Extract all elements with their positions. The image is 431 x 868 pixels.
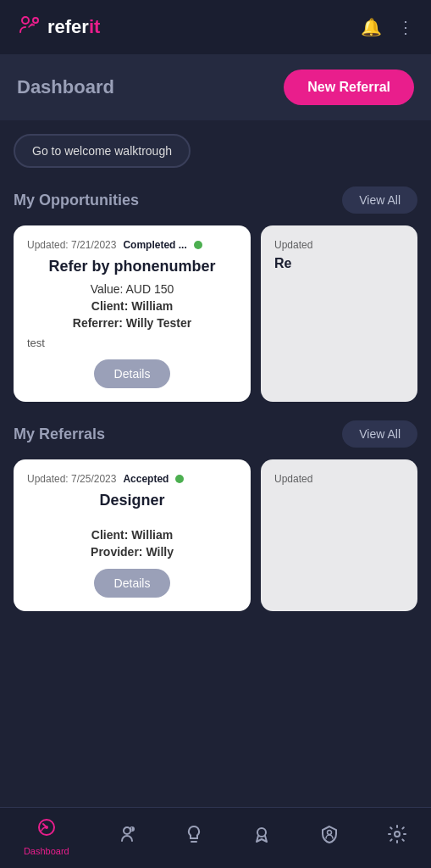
opportunities-section-header: My Opportunities View All <box>14 186 417 214</box>
nav-item-profile[interactable]: ! <box>117 824 137 849</box>
nav-item-ideas[interactable] <box>184 824 204 849</box>
referral-card-2-partial: Updated <box>261 459 417 611</box>
dashboard-nav-icon <box>36 817 57 843</box>
referrals-section-header: My Referrals View All <box>14 420 417 448</box>
referrals-title: My Referrals <box>14 426 105 443</box>
opportunities-view-all-button[interactable]: View All <box>342 186 417 214</box>
referral-details-button-1[interactable]: Details <box>94 569 171 598</box>
referrals-cards-row: Updated: 7/25/2023 Accepted Designer Cli… <box>14 459 417 611</box>
shield-nav-icon <box>319 824 340 849</box>
card-updated-date-1: Updated: 7/21/2023 <box>27 239 116 251</box>
opportunities-title: My Opportunities <box>14 192 139 209</box>
svg-point-4 <box>124 827 130 834</box>
referral-status-1: Accepted <box>123 473 169 485</box>
header-actions: 🔔 ⋮ <box>361 17 414 37</box>
referral-updated-date-1: Updated: 7/25/2023 <box>27 473 116 485</box>
card-client-1: Client: William <box>27 299 237 313</box>
new-referral-button[interactable]: New Referral <box>284 70 414 105</box>
main-content: Go to welcome walktrough My Opportunitie… <box>0 120 431 698</box>
more-menu-icon[interactable]: ⋮ <box>397 17 414 37</box>
settings-nav-icon <box>387 824 407 849</box>
nav-item-dashboard[interactable]: Dashboard <box>24 817 69 856</box>
opportunities-cards-row: Updated: 7/21/2023 Completed ... Refer b… <box>14 225 417 402</box>
bottom-nav: Dashboard ! <box>0 807 431 868</box>
card-status-1: Completed ... <box>123 239 186 251</box>
dashboard-nav-label: Dashboard <box>24 846 69 856</box>
card-partial-title: Re <box>274 256 404 271</box>
rewards-nav-icon <box>251 824 272 849</box>
referral-card-1: Updated: 7/25/2023 Accepted Designer Cli… <box>14 459 251 611</box>
bell-icon[interactable]: 🔔 <box>361 17 382 37</box>
svg-point-9 <box>395 832 400 837</box>
referral-partial-updated: Updated <box>274 473 404 485</box>
dashboard-bar: Dashboard New Referral <box>0 54 431 120</box>
logo-icon <box>17 14 41 41</box>
referrals-view-all-button[interactable]: View All <box>342 420 417 448</box>
ideas-nav-icon <box>184 824 204 849</box>
nav-item-shield[interactable] <box>319 824 340 849</box>
opportunity-card-2-partial: Updated Re <box>261 225 417 402</box>
dashboard-title: Dashboard <box>17 76 114 98</box>
card-title-1: Refer by phonenumber <box>27 258 237 275</box>
referral-status-dot-1 <box>175 475 184 483</box>
opportunity-card-1: Updated: 7/21/2023 Completed ... Refer b… <box>14 225 251 402</box>
card-partial-updated: Updated <box>274 239 404 251</box>
referral-card-meta-1: Updated: 7/25/2023 Accepted <box>27 473 237 485</box>
referral-provider-1: Provider: Willy <box>27 545 237 559</box>
svg-point-1 <box>33 18 38 23</box>
app-header: referit 🔔 ⋮ <box>0 0 431 54</box>
card-referrer-1: Referrer: Willy Tester <box>27 316 237 330</box>
svg-point-0 <box>22 17 29 24</box>
logo: referit <box>17 14 100 41</box>
nav-item-settings[interactable] <box>387 824 407 849</box>
welcome-walkthrough-button[interactable]: Go to welcome walktrough <box>14 134 191 168</box>
referral-card-title-1: Designer <box>27 492 237 509</box>
status-dot-1 <box>194 241 202 249</box>
card-meta-1: Updated: 7/21/2023 Completed ... <box>27 239 237 251</box>
logo-text: referit <box>47 16 100 38</box>
card-value-1: Value: AUD 150 <box>27 282 237 296</box>
profile-nav-icon: ! <box>117 824 137 849</box>
opportunity-details-button-1[interactable]: Details <box>94 359 171 388</box>
svg-point-8 <box>328 830 332 834</box>
referral-client-1: Client: William <box>27 528 237 542</box>
nav-item-rewards[interactable] <box>251 824 272 849</box>
card-note-1: test <box>27 337 237 349</box>
